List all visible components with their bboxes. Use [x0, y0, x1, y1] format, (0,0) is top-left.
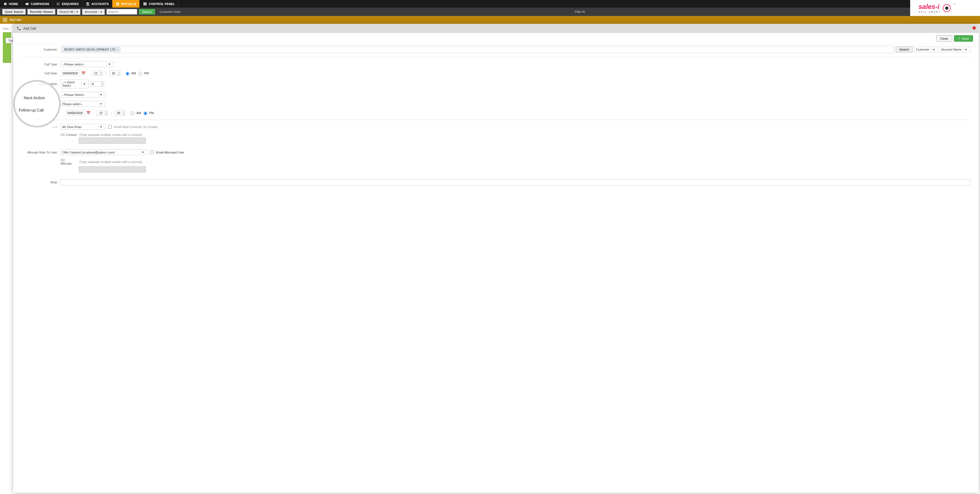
nav-enquiries-label: ENQUIRIES: [62, 2, 79, 6]
recording-dot-icon: [972, 26, 976, 30]
bank-icon: [86, 2, 90, 6]
nav-mycalls[interactable]: MYCALLS: [112, 0, 140, 8]
toolbar: Quick Search Recently Viewed Search All …: [0, 8, 980, 16]
filter-indicator: Filter 8i: [182, 10, 978, 13]
search-all-label: Search All: [59, 10, 73, 14]
top-nav: HOME CAMPAIGNS ENQUIRIES ACCOUNTS MYCALL…: [0, 0, 980, 8]
chart-icon: [3, 18, 7, 22]
nav-home[interactable]: HOME: [0, 0, 22, 8]
logo-text: sales-i: [918, 3, 940, 11]
accounts-dd-label: Accounts: [84, 10, 97, 14]
nav-campaigns[interactable]: CAMPAIGNS: [22, 0, 53, 8]
modal-header: Add Call: [13, 24, 978, 33]
recently-viewed-button[interactable]: Recently Viewed: [27, 9, 55, 14]
nav-campaigns-label: CAMPAIGNS: [31, 2, 49, 6]
breadcrumb: MyCalls: [0, 16, 980, 24]
nav-home-label: HOME: [9, 2, 18, 6]
chevron-down-icon: ▾: [75, 10, 78, 14]
breadcrumb-title: MyCalls: [10, 18, 22, 22]
add-call-modal: Add Call Close Save Customer: BERRY SMIT…: [13, 24, 978, 33]
customer-view-link[interactable]: Customer View: [159, 10, 180, 13]
grid-icon: [143, 2, 147, 6]
logo: sales-i SELL SMART ™: [918, 3, 955, 13]
list-icon: [56, 2, 60, 6]
nav-accounts[interactable]: ACCOUNTS: [83, 0, 112, 8]
notes-icon: [116, 2, 119, 6]
megaphone-icon: [25, 2, 29, 6]
trademark-icon: ™: [953, 3, 955, 6]
logo-subtext: SELL SMART: [918, 11, 940, 13]
nav-enquiries[interactable]: ENQUIRIES: [53, 0, 83, 8]
home-icon: [3, 2, 7, 6]
logo-area: sales-i SELL SMART ™: [910, 0, 980, 16]
accounts-dropdown[interactable]: Accounts ▾: [82, 9, 105, 15]
phone-icon: [16, 26, 21, 31]
modal-title: Add Call: [23, 27, 36, 30]
search-input[interactable]: [107, 9, 137, 14]
top-nav-left: HOME CAMPAIGNS ENQUIRIES ACCOUNTS MYCALL…: [0, 0, 916, 8]
nav-accounts-label: ACCOUNTS: [91, 2, 109, 6]
search-all-dropdown[interactable]: Search All ▾: [57, 9, 81, 15]
nav-control-panel-label: CONTROL PANEL: [149, 2, 175, 6]
bg-green-strip: [3, 32, 11, 33]
nav-control-panel[interactable]: CONTROL PANEL: [140, 0, 178, 8]
nav-mycalls-label: MYCALLS: [121, 2, 136, 6]
bg-inbox-partial: Inbo: [3, 27, 9, 30]
quick-search-button[interactable]: Quick Search: [2, 9, 26, 14]
logo-circle-icon: [943, 4, 951, 12]
search-button[interactable]: Search: [139, 9, 155, 14]
chevron-down-icon: ▾: [99, 10, 102, 14]
